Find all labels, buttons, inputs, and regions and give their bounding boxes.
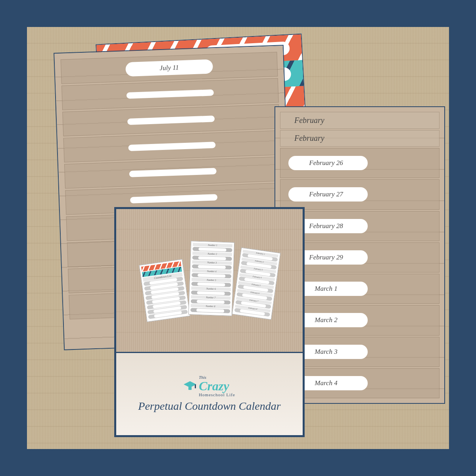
svg-rect-1: [188, 387, 192, 390]
mini-page-2: Number 1 Number 2 Number 3 Number 4 Numb…: [188, 241, 234, 316]
mini-num-row-4: [192, 273, 231, 278]
mini-num-row-3: [192, 264, 232, 269]
mini-num-row-5: [191, 282, 231, 287]
date-label-2: [127, 115, 215, 125]
brand-logo: This Crazy Homeschool Life: [184, 375, 235, 397]
outer-frame: National Day of Prayer Mother's Day July…: [24, 24, 452, 452]
brand-homeschool-text: Homeschool Life: [199, 392, 235, 397]
svg-marker-0: [184, 381, 196, 388]
date-label-0: July 11: [125, 59, 213, 77]
right-date-row-1: February 27: [280, 179, 440, 209]
cover-bottom-section: This Crazy Homeschool Life Perpetual Cou…: [116, 352, 303, 435]
date-label-4: [129, 168, 217, 177]
graduation-cap-icon: [184, 380, 196, 392]
mini-num-row-6: [191, 290, 231, 296]
front-cover: Countdown List Number 1 Number 2: [114, 207, 305, 437]
mini-calendar-preview: Countdown List Number 1 Number 2: [143, 242, 276, 319]
mini-num-row-1: [192, 247, 232, 252]
date-label-3: [128, 142, 215, 151]
svg-rect-2: [195, 384, 196, 388]
brand-crazy-text: Crazy: [199, 380, 235, 392]
mini-page-3: February 1 February 2 February 3 Februar…: [232, 248, 281, 320]
feb-header-row-2: February: [280, 130, 440, 147]
date-label-5: [130, 194, 217, 203]
mini-num-row-8: [190, 308, 230, 313]
february-header-2: February: [288, 134, 324, 143]
right-date-label-1: February 27: [288, 187, 368, 202]
cover-wood-section: Countdown List Number 1 Number 2: [116, 209, 303, 352]
mini-page-1: Countdown List: [139, 259, 190, 322]
feb-header-row-1: February: [280, 112, 440, 129]
brand-text: This Crazy Homeschool Life: [199, 375, 235, 397]
february-header-1: February: [288, 116, 324, 125]
mini-num-row-7: [191, 299, 230, 304]
cover-title: Perpetual Countdown Calendar: [138, 399, 280, 413]
date-label-1: [127, 89, 214, 99]
right-date-label-0: February 26: [288, 156, 368, 170]
mini-num-row-2: [192, 255, 232, 261]
right-date-row-0: February 26: [280, 148, 440, 178]
